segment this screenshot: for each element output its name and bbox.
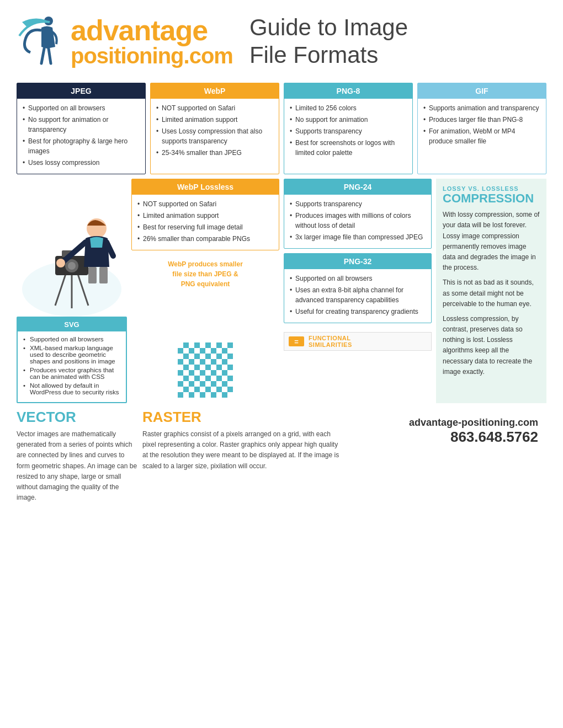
list-item: 26% smaller than comparable PNGs [137, 234, 273, 244]
list-item: Uses an extra 8-bit alpha channel for ad… [290, 285, 426, 305]
svg-point-8 [68, 262, 76, 270]
col-png-middle: PNG-24 Supports transparencyProduces ima… [284, 179, 432, 403]
svg-format-card-header: SVG [18, 318, 126, 331]
raster-title: RASTER [142, 409, 342, 426]
list-item: Limited to 256 colors [290, 103, 407, 113]
lossy-paragraph: This is not as bad as it sounds, as some… [443, 277, 540, 309]
list-item: Uses Lossy compression that also support… [156, 126, 273, 146]
svg-rect-11 [88, 267, 97, 283]
gif-card-header: GIF [418, 83, 546, 99]
list-item: NOT supported on Safari [156, 103, 273, 113]
lossy-box: LOSSY VS. LOSSLESS COMPRESSION With loss… [436, 179, 546, 403]
main-content: JPEG Supported on all browsersNo support… [0, 77, 563, 514]
top-row: JPEG Supported on all browsersNo support… [17, 83, 546, 174]
list-item: Supported on all browsers [23, 336, 120, 342]
functional-badge: = FUNCTIONALSIMILARITIES [284, 332, 432, 351]
jpeg-card-header: JPEG [17, 83, 145, 99]
list-item: 3x larger image file than compressed JPE… [290, 232, 426, 242]
webp-card-body: NOT supported on SafariLimited animation… [151, 99, 279, 164]
png32-card-header: PNG-32 [284, 254, 431, 269]
vector-section: VECTOR Vector images are mathematically … [17, 409, 138, 503]
png32-card: PNG-32 Supported on all browsersUses an … [284, 253, 432, 323]
webp-card-header: WebP [151, 83, 279, 99]
list-item: Useful for creating transparency gradien… [290, 307, 426, 317]
list-item: XML-based markup language used to descri… [23, 345, 120, 365]
png32-card-body: Supported on all browsersUses an extra 8… [284, 269, 431, 323]
checkerboard-image [178, 342, 233, 398]
list-item: Supports transparency [290, 126, 407, 136]
png8-card-header: PNG-8 [284, 83, 412, 99]
svg-rect-12 [99, 267, 108, 283]
logo-advantage: advantage [71, 16, 233, 45]
page-title: Guide to ImageFile Formats [249, 14, 408, 69]
vector-title: VECTOR [17, 409, 138, 426]
list-item: Supported on all browsers [290, 274, 426, 283]
png24-card-header: PNG-24 [284, 179, 431, 195]
png8-card: PNG-8 Limited to 256 colorsNo support fo… [284, 83, 413, 174]
list-item: Limited animation support [137, 211, 273, 221]
list-item: Supported on all browsers [23, 103, 140, 113]
gif-card: GIF Supports animation and transparencyP… [417, 83, 546, 174]
logo-icon [17, 11, 66, 72]
svg-format-card: SVG Supported on all browsersXML-based m… [17, 317, 127, 403]
photographer-illustration [17, 179, 127, 317]
webp-lossless-card: WebP Lossless NOT supported on SafariLim… [131, 179, 279, 250]
header: advantage positioning.com Guide to Image… [0, 0, 563, 77]
logo-area: advantage positioning.com [17, 11, 233, 72]
logo-positioning: positioning.com [71, 45, 233, 67]
raster-body: Raster graphics consist of a pixels arra… [142, 429, 342, 472]
list-item: For animation, WebM or MP4 produce small… [423, 126, 540, 146]
list-item: No support for animation [290, 115, 407, 125]
lossy-body: With lossy compression, some of your dat… [443, 210, 540, 377]
list-item: Limited animation support [156, 115, 273, 125]
list-item: Supports transparency [290, 199, 426, 209]
vector-body: Vector images are mathematically generat… [17, 429, 138, 503]
svg-format-card-body: Supported on all browsersXML-based marku… [18, 331, 126, 402]
contact-section: advantage-positioning.com 863.648.5762 [347, 409, 546, 454]
list-item: NOT supported on Safari [137, 199, 273, 209]
col-illustration: SVG Supported on all browsersXML-based m… [17, 179, 127, 403]
webp-note: WebP produces smallerfile size than JPEG… [131, 255, 279, 293]
functional-badge-text: FUNCTIONALSIMILARITIES [309, 335, 352, 348]
webp-lossless-card-header: WebP Lossless [132, 179, 279, 195]
png8-card-body: Limited to 256 colorsNo support for anim… [284, 99, 412, 164]
lossy-title-large: COMPRESSION [443, 192, 540, 205]
logo-text: advantage positioning.com [71, 16, 233, 67]
lossy-paragraph: With lossy compression, some of your dat… [443, 210, 540, 273]
jpeg-card-body: Supported on all browsersNo support for … [17, 99, 145, 174]
middle-grid: SVG Supported on all browsersXML-based m… [17, 179, 546, 403]
list-item: Best for screenshots or logos with limit… [290, 138, 407, 158]
col-webp-lossless: WebP Lossless NOT supported on SafariLim… [131, 179, 279, 403]
list-item: Produces vector graphics that can be ani… [23, 367, 120, 380]
bottom-row: VECTOR Vector images are mathematically … [17, 409, 546, 503]
list-item: Produces images with millions of colors … [290, 211, 426, 231]
list-item: Not allowed by default in WordPress due … [23, 382, 120, 395]
jpeg-card: JPEG Supported on all browsersNo support… [17, 83, 146, 174]
list-item: Best for photography & large hero images [23, 136, 140, 156]
contact-phone: 863.648.5762 [355, 429, 538, 446]
list-item: Produces larger file than PNG-8 [423, 115, 540, 125]
contact-url: advantage-positioning.com [355, 417, 538, 429]
webp-lossless-card-body: NOT supported on SafariLimited animation… [132, 195, 279, 250]
png24-card-body: Supports transparencyProduces images wit… [284, 195, 431, 248]
svg-point-10 [56, 259, 65, 267]
list-item: Best for reserving full image detail [137, 222, 273, 232]
col-lossy: LOSSY VS. LOSSLESS COMPRESSION With loss… [436, 179, 546, 403]
gif-card-body: Supports animation and transparencyProdu… [418, 99, 546, 152]
list-item: 25-34% smaller than JPEG [156, 148, 273, 158]
list-item: Supports animation and transparency [423, 103, 540, 113]
list-item: Uses lossy compression [23, 158, 140, 168]
png24-card: PNG-24 Supports transparencyProduces ima… [284, 179, 432, 249]
list-item: No support for animation or transparency [23, 115, 140, 135]
lossy-paragraph: Lossless compression, by contrast, prese… [443, 314, 540, 377]
raster-section: RASTER Raster graphics consist of a pixe… [142, 409, 342, 472]
webp-card: WebP NOT supported on SafariLimited anim… [150, 83, 279, 174]
